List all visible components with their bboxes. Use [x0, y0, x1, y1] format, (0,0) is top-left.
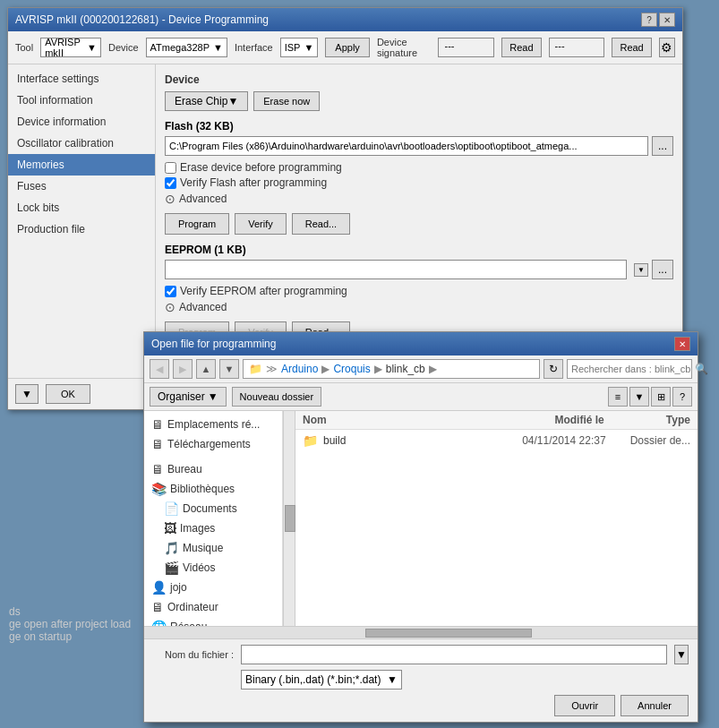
refresh-button[interactable]: ↻ [544, 359, 563, 379]
main-window-title: AVRISP mkII (000200122681) - Device Prog… [15, 13, 269, 26]
documents-label: Documents [183, 502, 237, 515]
filetype-arrow: ▼ [387, 673, 398, 686]
advanced-icon: ⊙ [165, 192, 175, 206]
eeprom-browse-button[interactable]: ... [652, 260, 673, 279]
erase-before-checkbox[interactable] [165, 162, 176, 174]
dialog-close-button[interactable]: ✕ [674, 337, 690, 351]
tool-dropdown[interactable]: AVRISP mkII ▼ [40, 38, 101, 57]
dialog-action-bar: Organiser ▼ Nouveau dossier ≡ ▼ ⊞ ? [144, 383, 698, 411]
map-view-button[interactable]: ⊞ [651, 387, 671, 407]
filetype-dropdown[interactable]: Binary (.bin,.dat) (*.bin;*.dat) ▼ [241, 670, 402, 689]
images-label: Images [180, 522, 215, 535]
sidebar-bibliotheques[interactable]: 📚 Bibliothèques [144, 479, 282, 499]
interface-dropdown[interactable]: ISP ▼ [280, 38, 319, 57]
breadcrumb-bar[interactable]: 📁 ≫ Arduino ▶ Croquis ▶ blink_cb ▶ [243, 359, 540, 379]
documents-icon: 📄 [164, 501, 179, 516]
eeprom-dropdown-arrow[interactable]: ▼ [634, 263, 648, 277]
sidebar-item-interface-settings[interactable]: Interface settings [8, 68, 155, 90]
forward-button[interactable]: ▶ [173, 359, 193, 379]
sidebar-bureau[interactable]: 🖥 Bureau [144, 459, 282, 479]
hscroll-thumb [365, 629, 531, 638]
up-button[interactable]: ▲ [196, 359, 216, 379]
bibliotheques-icon: 📚 [151, 482, 167, 496]
sidebar-ordinateur[interactable]: 🖥 Ordinateur [144, 597, 282, 617]
sidebar-item-oscillator-calibration[interactable]: Oscillator calibration [8, 133, 155, 154]
eeprom-section: EEPROM (1 KB) ▼ ... Verify EEPROM after … [165, 244, 673, 343]
sidebar-item-lock-bits[interactable]: Lock bits [8, 197, 155, 218]
horizontal-scrollbar[interactable] [144, 626, 698, 638]
view-dropdown-button[interactable]: ▼ [629, 387, 649, 407]
bottom-dropdown[interactable]: ▼ [15, 384, 39, 404]
filename-input-controls: ▼ [674, 645, 689, 664]
sidebar-scrollbar[interactable] [283, 411, 295, 626]
emplacements-label: Emplacements ré... [167, 418, 260, 431]
sidebar-scrollbar-thumb [285, 505, 295, 532]
help-view-button[interactable]: ? [672, 387, 692, 407]
verify-flash-label: Verify Flash after programming [180, 176, 327, 189]
flash-path-input[interactable] [165, 136, 648, 156]
filetype-value: Binary (.bin,.dat) (*.bin;*.dat) [245, 673, 381, 686]
bottom-dropdown-arrow: ▼ [21, 388, 32, 400]
erase-before-label: Erase device before programming [180, 161, 342, 174]
settings-button[interactable]: ⚙ [659, 38, 675, 57]
file-row-build[interactable]: 📁 build 04/11/2014 22:37 Dossier de... [295, 430, 698, 451]
flash-program-button[interactable]: Program [165, 213, 229, 235]
help-button[interactable]: ? [641, 13, 657, 27]
view-list-button[interactable]: ≡ [608, 387, 628, 407]
sidebar-documents[interactable]: 📄 Documents [144, 499, 282, 518]
breadcrumb-arduino[interactable]: Arduino [281, 363, 318, 375]
sidebar-item-memories[interactable]: Memories [8, 154, 155, 176]
open-button[interactable]: Ouvrir [554, 695, 615, 716]
build-type: Dossier de... [612, 434, 690, 447]
ok-button[interactable]: OK [46, 384, 90, 404]
sidebar-jojo[interactable]: 👤 jojo [144, 578, 282, 597]
verify-flash-checkbox[interactable] [165, 177, 176, 189]
sidebar-telechargements[interactable]: 🖥 Téléchargements [144, 434, 282, 454]
device-dropdown[interactable]: ATmega328P ▼ [146, 38, 227, 57]
verify-flash-row: Verify Flash after programming [165, 176, 673, 189]
filename-input[interactable] [241, 645, 667, 664]
col-modified-header: Modifié le [475, 414, 603, 426]
sidebar-item-device-information[interactable]: Device information [8, 111, 155, 133]
erase-now-button[interactable]: Erase now [253, 91, 320, 111]
dialog-sidebar: 🖥 Emplacements ré... 🖥 Téléchargements 🖥… [144, 411, 283, 626]
close-button[interactable]: ✕ [659, 13, 675, 27]
cancel-button[interactable]: Annuler [621, 695, 689, 716]
sidebar-images[interactable]: 🖼 Images [144, 518, 282, 538]
erase-chip-dropdown[interactable]: Erase Chip ▼ [165, 91, 248, 111]
musique-icon: 🎵 [164, 541, 179, 555]
new-folder-button[interactable]: Nouveau dossier [232, 387, 322, 407]
search-input[interactable] [571, 364, 695, 374]
apply-button[interactable]: Apply [325, 38, 370, 57]
sidebar-videos[interactable]: 🎬 Vidéos [144, 558, 282, 578]
filename-dropdown-arrow[interactable]: ▼ [674, 645, 689, 664]
tool-value: AVRISP mkII [45, 37, 83, 58]
sidebar-item-fuses[interactable]: Fuses [8, 176, 155, 197]
sidebar-item-tool-information[interactable]: Tool information [8, 90, 155, 111]
flash-browse-button[interactable]: ... [652, 136, 673, 156]
dialog-title-controls: ✕ [674, 337, 690, 351]
sidebar-emplacements[interactable]: 🖥 Emplacements ré... [144, 415, 282, 434]
interface-dropdown-arrow: ▼ [304, 42, 313, 53]
back-button[interactable]: ◀ [150, 359, 169, 379]
voltage-read-button[interactable]: Read [612, 38, 651, 57]
dialog-body: 🖥 Emplacements ré... 🖥 Téléchargements 🖥… [144, 411, 698, 626]
signature-read-button[interactable]: Read [501, 38, 541, 57]
sidebar-item-production-file[interactable]: Production file [8, 218, 155, 240]
filename-label: Nom du fichier : [153, 649, 234, 660]
organiser-button[interactable]: Organiser ▼ [150, 387, 227, 407]
flash-read-button[interactable]: Read... [292, 213, 350, 235]
sidebar-reseau[interactable]: 🌐 Réseau [144, 617, 282, 626]
dropdown-nav-button[interactable]: ▼ [219, 359, 239, 379]
dialog-button-row: Ouvrir Annuler [153, 695, 689, 716]
status-text-area: ds ge open after project load ge on star… [9, 605, 152, 643]
dialog-toolbar: ◀ ▶ ▲ ▼ 📁 ≫ Arduino ▶ Croquis ▶ blink_cb… [144, 355, 698, 383]
flash-verify-button[interactable]: Verify [235, 213, 287, 235]
telechargements-icon: 🖥 [151, 437, 164, 451]
sidebar-musique[interactable]: 🎵 Musique [144, 538, 282, 558]
eeprom-path-input[interactable] [165, 260, 627, 279]
verify-eeprom-checkbox[interactable] [165, 286, 176, 297]
breadcrumb-blink-cb[interactable]: blink_cb [386, 363, 425, 375]
device-dropdown-arrow: ▼ [213, 42, 223, 53]
breadcrumb-croquis[interactable]: Croquis [333, 363, 370, 375]
